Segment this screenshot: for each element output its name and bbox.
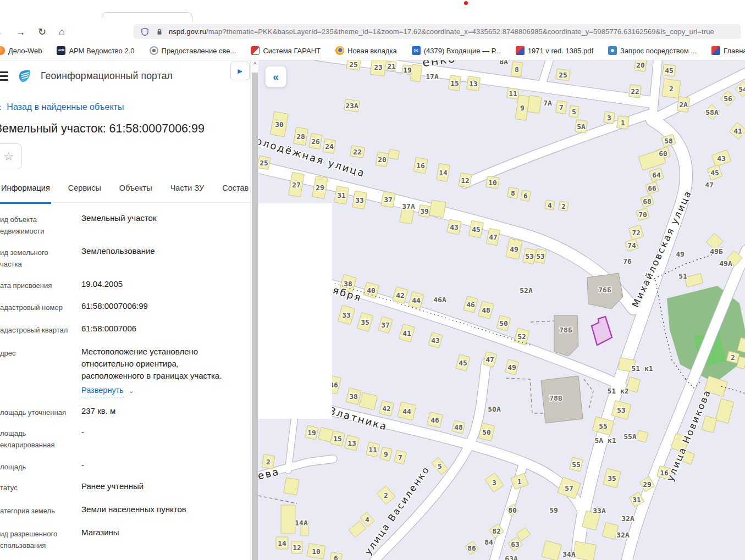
map-label: 37 <box>381 321 390 329</box>
tab-Сервисы[interactable]: Сервисы <box>67 179 102 202</box>
building[interactable] <box>284 478 299 495</box>
map-label: 1 <box>517 478 522 486</box>
url-host: nspd.gov.ru <box>169 27 206 36</box>
scrollbar-thumb[interactable] <box>252 73 258 560</box>
map-label: 29 <box>316 184 324 192</box>
map-label: 66 <box>648 184 656 192</box>
bookmark-item[interactable]: Новая вкладка <box>335 46 397 55</box>
back-icon[interactable]: ← <box>0 27 3 37</box>
map-label: 20 <box>636 61 645 69</box>
building[interactable] <box>573 541 597 560</box>
attribute-value: Земельный участок <box>81 212 246 224</box>
map-label: 58А <box>705 108 719 117</box>
map-label: 59 <box>549 506 558 514</box>
map-label: 14 <box>439 169 448 177</box>
shield-icon[interactable] <box>141 27 149 36</box>
map-label: 72 <box>632 229 641 237</box>
page: { "browser": { "nav": {"back":"←","forwa… <box>0 0 745 560</box>
map-label: 49 <box>510 245 518 253</box>
reload-icon[interactable]: ↻ <box>38 27 46 37</box>
map-label: 2 <box>731 353 735 362</box>
mail-icon: ✉ <box>412 46 421 55</box>
attribute-label: татус <box>0 480 73 494</box>
map-canvas[interactable]: « 2523211917А15138А82520224522А565458А41… <box>258 60 745 560</box>
map-label: 44 <box>412 296 421 304</box>
map-label: 46А <box>433 296 446 304</box>
attribute-row: адастровый номер61:58:0007006:99 <box>0 300 246 323</box>
map-label: 35 <box>361 318 369 326</box>
tab-Части ЗУ[interactable]: Части ЗУ <box>169 179 206 202</box>
star-icon: ☆ <box>3 150 14 163</box>
map-label: 76Б <box>598 286 611 294</box>
map-label: 10 <box>488 179 497 187</box>
map-label: 19 <box>403 66 412 74</box>
attribute-label: ид разрешенногоспользования <box>0 526 73 551</box>
map-label: 14А <box>295 519 308 527</box>
menu-icon[interactable] <box>0 71 8 81</box>
arm-icon: АРМ <box>57 46 65 55</box>
tab-Информация[interactable]: Информация <box>0 179 51 204</box>
attribute-label: ид земельногочастка <box>0 245 73 270</box>
address-bar[interactable]: nspd.gov.ru/map?thematic=PKK&baseLayerId… <box>134 24 741 39</box>
bookmark-item[interactable]: АРМАРМ Ведомство 2.0 <box>57 46 134 55</box>
map-label: 7 <box>398 453 402 462</box>
map-label: 3 <box>492 479 496 487</box>
browser-tab[interactable] <box>102 12 192 23</box>
map-label: 38 <box>349 392 358 401</box>
map-label: 43 <box>431 336 440 345</box>
scroll-up-icon[interactable]: ^ <box>251 62 259 68</box>
map-label: 55 <box>572 461 581 469</box>
home-icon[interactable]: ⌂ <box>59 27 65 37</box>
gray-building-78Б[interactable] <box>554 315 578 356</box>
map-label: 35 <box>608 474 616 483</box>
attribute-label: дрес <box>0 346 73 359</box>
bookmark-item[interactable]: Предоставление све... <box>150 46 236 55</box>
browser-tab-strip <box>0 0 745 22</box>
attribute-label: лощадь <box>0 459 73 473</box>
map-label: 5А к1 <box>594 436 616 445</box>
attribute-label: лощадьекларированная <box>0 426 73 451</box>
bookmark-item[interactable]: ✉(4379) Входящие — Р... <box>412 46 501 55</box>
back-to-results-link[interactable]: ‹ Назад в найденные объекты <box>0 101 124 113</box>
bookmark-item[interactable]: Запрос посредством ... <box>608 46 697 55</box>
building[interactable] <box>281 505 295 534</box>
building[interactable] <box>388 149 400 160</box>
cadastral-map[interactable]: 2523211917А15138А82520224522А565458А4111… <box>258 60 745 560</box>
bookmark-item[interactable]: Система ГАРАНТ <box>251 46 321 55</box>
map-label: 43 <box>717 154 726 163</box>
map-label: 52 <box>517 332 526 341</box>
map-label: 4 <box>548 201 552 209</box>
forward-icon[interactable]: → <box>15 27 25 37</box>
tab-Объекты[interactable]: Объекты <box>118 179 153 202</box>
bookmark-item[interactable]: Дело-Web <box>0 46 42 55</box>
map-label: 16 <box>416 162 425 170</box>
firefox-icon <box>335 46 344 55</box>
map-label: 53 <box>525 252 534 260</box>
map-label: 49 <box>507 363 516 372</box>
attribute-label: ид объектаедвижимости <box>0 212 73 237</box>
attribute-value: Местоположение установленоотносительно о… <box>81 346 246 397</box>
map-label: 14 <box>278 539 286 547</box>
attribute-row: лощадь- <box>0 459 246 480</box>
building[interactable] <box>410 64 422 82</box>
map-label: 22 <box>631 87 639 96</box>
map-label: 45 <box>710 169 719 177</box>
building[interactable] <box>527 96 542 114</box>
tabs-more-button[interactable]: ▶ <box>230 62 250 80</box>
collapse-panel-button[interactable]: « <box>265 66 286 87</box>
map-label: 7 <box>559 103 564 112</box>
favorite-button[interactable]: ☆ <box>0 143 22 169</box>
delo-icon <box>0 46 5 55</box>
bookmark-item[interactable]: 1971 v red. 1385.pdf <box>516 46 593 55</box>
bookmark-item[interactable]: Главная - Официальн... <box>711 46 745 55</box>
building[interactable] <box>429 200 446 218</box>
map-label: 11 <box>509 90 517 98</box>
map-label: 52А <box>520 286 533 295</box>
tab-Состав[interactable]: Состав <box>221 179 250 202</box>
expand-link[interactable]: Развернуть⌄ <box>81 384 246 397</box>
panel-scrollbar[interactable]: ^ <box>250 60 258 560</box>
map-label: 29 <box>643 480 652 489</box>
map-label: 47 <box>485 356 494 364</box>
attribute-row: дресМестоположение установленоотноситель… <box>0 346 246 405</box>
map-label: 47 <box>705 181 714 189</box>
